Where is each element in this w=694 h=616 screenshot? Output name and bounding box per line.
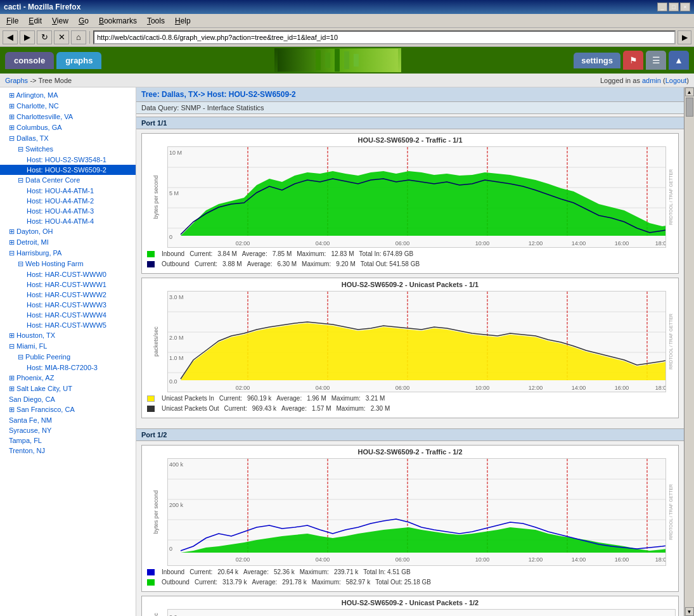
go-button[interactable]: ▶ bbox=[678, 30, 691, 44]
sidebar-item-sw3548[interactable]: Host: HOU-S2-SW3548-1 bbox=[0, 155, 136, 165]
saltlake-link[interactable]: Salt Lake City, UT bbox=[16, 385, 72, 392]
sidebar-item-columbus[interactable]: ⊞ Columbus, GA bbox=[0, 122, 136, 133]
charlotte-link[interactable]: Charlotte, NC bbox=[16, 102, 59, 110]
scrollbar-v[interactable]: ▲ ▼ bbox=[684, 87, 694, 616]
menu-edit[interactable]: Edit bbox=[25, 15, 46, 27]
sidebar-item-detroit[interactable]: ⊞ Detroit, MI bbox=[0, 237, 136, 248]
menu-tools[interactable]: Tools bbox=[143, 15, 169, 27]
sidebar-item-atm3[interactable]: Host: HOU-A4-ATM-3 bbox=[0, 206, 136, 216]
dallas-link[interactable]: Dallas, TX bbox=[16, 134, 49, 142]
minimize-button[interactable]: _ bbox=[657, 3, 667, 11]
sidebar-item-trenton[interactable]: Trenton, NJ bbox=[0, 446, 136, 456]
sidebar-item-phoenix[interactable]: ⊞ Phoenix, AZ bbox=[0, 373, 136, 383]
menu-help[interactable]: Help bbox=[171, 15, 195, 27]
sidebar-item-dallas[interactable]: ⊟ Dallas, TX bbox=[0, 133, 136, 144]
stop-button[interactable]: ✕ bbox=[54, 30, 69, 44]
sidebar-item-www2[interactable]: Host: HAR-CUST-WWW2 bbox=[0, 290, 136, 300]
host-value[interactable]: HOU-S2-SW6509-2 bbox=[229, 90, 296, 99]
www1-link[interactable]: Host: HAR-CUST-WWW1 bbox=[27, 281, 106, 288]
console-tab[interactable]: console bbox=[5, 52, 54, 69]
publicpeering-link[interactable]: Public Peering bbox=[25, 353, 70, 361]
sidebar-item-datacenter[interactable]: ⊟ Data Center Core bbox=[0, 175, 136, 186]
scroll-thumb[interactable] bbox=[686, 98, 693, 117]
sidebar-item-publicpeering[interactable]: ⊟ Public Peering bbox=[0, 352, 136, 363]
forward-button[interactable]: ▶ bbox=[20, 30, 35, 44]
scroll-down-button[interactable]: ▼ bbox=[685, 607, 694, 616]
sidebar-item-saltlake[interactable]: ⊞ Salt Lake City, UT bbox=[0, 383, 136, 394]
sidebar-item-harrisburg[interactable]: ⊟ Harrisburg, PA bbox=[0, 248, 136, 259]
sidebar-item-sanfrancisco[interactable]: ⊞ San Francisco, CA bbox=[0, 404, 136, 415]
webhosting-link[interactable]: Web Hosting Farm bbox=[25, 260, 84, 267]
sidebar-item-sw6509[interactable]: Host: HOU-S2-SW6509-2 bbox=[0, 165, 136, 175]
www4-link[interactable]: Host: HAR-CUST-WWW4 bbox=[27, 311, 106, 319]
phoenix-link[interactable]: Phoenix, AZ bbox=[16, 374, 54, 382]
columbus-link[interactable]: Columbus, GA bbox=[16, 124, 62, 131]
sidebar-item-miami[interactable]: ⊟ Miami, FL bbox=[0, 341, 136, 352]
back-button[interactable]: ◀ bbox=[3, 30, 18, 44]
sidebar-item-tampa[interactable]: Tampa, FL bbox=[0, 435, 136, 446]
logout-link[interactable]: Logout bbox=[665, 77, 687, 84]
menu-view[interactable]: View bbox=[48, 15, 72, 27]
menu-bookmarks[interactable]: Bookmarks bbox=[95, 15, 141, 27]
charlottesville-link[interactable]: Charlottesville, VA bbox=[16, 113, 73, 120]
sw6509-link[interactable]: Host: HOU-S2-SW6509-2 bbox=[27, 166, 106, 174]
miami-link[interactable]: Miami, FL bbox=[16, 342, 47, 350]
graphs-tab[interactable]: graphs bbox=[56, 52, 101, 69]
sidebar-item-sandiego[interactable]: San Diego, CA bbox=[0, 394, 136, 404]
sidebar-item-santafe[interactable]: Santa Fe, NM bbox=[0, 415, 136, 425]
chart-icon-button[interactable]: ▲ bbox=[669, 51, 689, 70]
sidebar-item-charlotte[interactable]: ⊞ Charlotte, NC bbox=[0, 101, 136, 112]
switches-link[interactable]: Switches bbox=[25, 145, 53, 153]
sidebar-item-webhosting[interactable]: ⊟ Web Hosting Farm bbox=[0, 259, 136, 269]
sidebar-item-atm4[interactable]: Host: HOU-A4-ATM-4 bbox=[0, 216, 136, 226]
sw3548-link[interactable]: Host: HOU-S2-SW3548-1 bbox=[27, 156, 106, 164]
santafe-link[interactable]: Santa Fe, NM bbox=[9, 416, 52, 424]
sidebar-item-www0[interactable]: Host: HAR-CUST-WWW0 bbox=[0, 269, 136, 279]
sanfrancisco-link[interactable]: San Francisco, CA bbox=[16, 406, 75, 413]
sidebar-item-www5[interactable]: Host: HAR-CUST-WWW5 bbox=[0, 320, 136, 330]
window-controls[interactable]: _ □ × bbox=[657, 3, 690, 11]
graphs-link[interactable]: Graphs bbox=[5, 77, 28, 84]
admin-link[interactable]: admin bbox=[642, 77, 661, 84]
sidebar-item-switches[interactable]: ⊟ Switches bbox=[0, 144, 136, 155]
datacenter-link[interactable]: Data Center Core bbox=[25, 176, 80, 184]
address-bar[interactable] bbox=[93, 30, 676, 44]
settings-button[interactable]: settings bbox=[574, 53, 620, 68]
atm1-link[interactable]: Host: HOU-A4-ATM-1 bbox=[27, 187, 94, 195]
sandiego-link[interactable]: San Diego, CA bbox=[9, 395, 55, 403]
maximize-button[interactable]: □ bbox=[669, 3, 679, 11]
home-button[interactable]: ⌂ bbox=[71, 30, 86, 44]
www3-link[interactable]: Host: HAR-CUST-WWW3 bbox=[27, 301, 106, 309]
atm2-link[interactable]: Host: HOU-A4-ATM-2 bbox=[27, 197, 94, 205]
arlington-link[interactable]: Arlington, MA bbox=[16, 91, 58, 99]
houston-link[interactable]: Houston, TX bbox=[16, 331, 55, 339]
harrisburg-link[interactable]: Harrisburg, PA bbox=[16, 249, 61, 257]
sidebar-item-mia-r8[interactable]: Host: MIA-R8-C7200-3 bbox=[0, 363, 136, 373]
sidebar-item-arlington[interactable]: ⊞ Arlington, MA bbox=[0, 90, 136, 101]
www5-link[interactable]: Host: HAR-CUST-WWW5 bbox=[27, 321, 106, 329]
mia-r8-link[interactable]: Host: MIA-R8-C7200-3 bbox=[27, 364, 98, 371]
sidebar-item-dayton[interactable]: ⊞ Dayton, OH bbox=[0, 226, 136, 237]
sidebar-item-charlottesville[interactable]: ⊞ Charlottesville, VA bbox=[0, 112, 136, 122]
close-button[interactable]: × bbox=[680, 3, 690, 11]
reload-button[interactable]: ↻ bbox=[37, 30, 52, 44]
sidebar-item-www3[interactable]: Host: HAR-CUST-WWW3 bbox=[0, 300, 136, 310]
atm4-link[interactable]: Host: HOU-A4-ATM-4 bbox=[27, 217, 94, 225]
www2-link[interactable]: Host: HAR-CUST-WWW2 bbox=[27, 291, 106, 298]
www0-link[interactable]: Host: HAR-CUST-WWW0 bbox=[27, 271, 106, 278]
sidebar-item-www4[interactable]: Host: HAR-CUST-WWW4 bbox=[0, 310, 136, 320]
atm3-link[interactable]: Host: HOU-A4-ATM-3 bbox=[27, 207, 94, 215]
scroll-up-button[interactable]: ▲ bbox=[685, 87, 694, 96]
alert-icon-button[interactable]: ⚑ bbox=[623, 51, 643, 70]
dayton-link[interactable]: Dayton, OH bbox=[16, 228, 53, 235]
menu-go[interactable]: Go bbox=[75, 15, 93, 27]
sidebar-item-www1[interactable]: Host: HAR-CUST-WWW1 bbox=[0, 279, 136, 290]
syracuse-link[interactable]: Syracuse, NY bbox=[9, 427, 51, 434]
menu-file[interactable]: File bbox=[3, 15, 22, 27]
detroit-link[interactable]: Detroit, MI bbox=[16, 238, 49, 246]
sidebar-item-houston[interactable]: ⊞ Houston, TX bbox=[0, 330, 136, 341]
sidebar-item-atm2[interactable]: Host: HOU-A4-ATM-2 bbox=[0, 196, 136, 206]
sidebar-item-atm1[interactable]: Host: HOU-A4-ATM-1 bbox=[0, 186, 136, 196]
tampa-link[interactable]: Tampa, FL bbox=[9, 437, 42, 444]
sidebar-item-syracuse[interactable]: Syracuse, NY bbox=[0, 425, 136, 435]
